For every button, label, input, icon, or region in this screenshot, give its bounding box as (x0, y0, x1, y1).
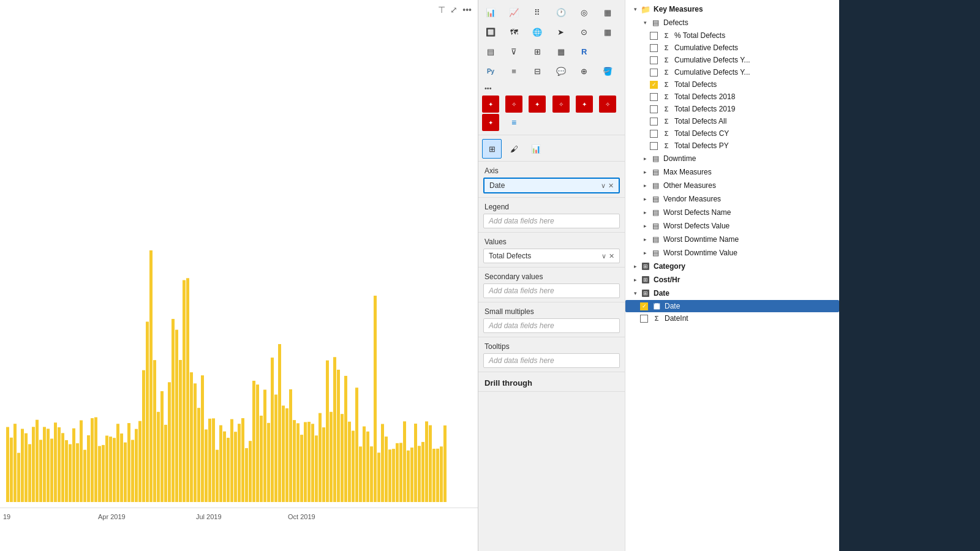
viz-arrow-icon[interactable]: ➤ (552, 23, 570, 40)
viz-chat-icon[interactable]: 💬 (552, 62, 570, 80)
custom-viz-4[interactable]: ✧ (552, 96, 570, 113)
format-paint-icon[interactable]: 🖌 (504, 139, 524, 159)
expand-collapse-btn[interactable]: ▸ (630, 275, 640, 285)
group-header-date-group[interactable]: ▾⊞Date (625, 287, 839, 300)
custom-viz-1[interactable]: ✦ (482, 96, 499, 113)
field-item-total-defects[interactable]: ✓ΣTotal Defects (625, 78, 839, 91)
group-header-defects[interactable]: ▾▤Defects (625, 16, 839, 29)
values-field-well[interactable]: Total Defects ∨ ✕ (483, 249, 620, 263)
group-header-worst-downtime-value[interactable]: ▸▤Worst Downtime Value (625, 246, 839, 260)
field-item-pct-total-defects[interactable]: Σ% Total Defects (625, 29, 839, 42)
format-analytics-icon[interactable]: 📊 (526, 139, 546, 159)
group-header-worst-defects-value[interactable]: ▸▤Worst Defects Value (625, 219, 839, 233)
group-header-category[interactable]: ▸⊞Category (625, 260, 839, 273)
format-fields-icon[interactable]: ⊞ (482, 139, 502, 159)
expand-collapse-btn[interactable]: ▾ (630, 288, 640, 298)
svg-rect-48 (183, 280, 186, 502)
viz-gauge-icon[interactable]: ⊙ (576, 23, 593, 40)
viz-matrix-icon[interactable]: ▦ (599, 4, 616, 21)
viz-qa-icon[interactable]: ⊟ (529, 62, 546, 80)
viz-table-icon[interactable]: ⊞ (529, 43, 546, 60)
custom-viz-5[interactable]: ✦ (576, 96, 593, 113)
expand-collapse-btn[interactable]: ▸ (640, 221, 650, 231)
values-dropdown-btn[interactable]: ∨ (601, 252, 606, 260)
expand-collapse-btn[interactable]: ▸ (630, 261, 640, 271)
viz-map-icon[interactable]: 🗺 (505, 23, 522, 40)
field-item-total-defects-cy[interactable]: ΣTotal Defects CY (625, 127, 839, 140)
viz-clock-icon[interactable]: 🕐 (552, 4, 570, 21)
expand-collapse-btn[interactable]: ▸ (640, 167, 650, 177)
expand-collapse-btn[interactable]: ▾ (640, 18, 650, 28)
field-checkbox[interactable]: ✓ (640, 302, 648, 310)
field-item-total-defects-all[interactable]: ΣTotal Defects All (625, 115, 839, 127)
field-checkbox[interactable] (650, 118, 658, 126)
axis-dropdown-btn[interactable]: ∨ (601, 182, 606, 190)
field-checkbox[interactable] (650, 69, 658, 77)
expand-collapse-btn[interactable]: ▸ (640, 154, 650, 163)
group-header-key-measures[interactable]: ▾📁Key Measures (625, 2, 839, 16)
field-checkbox[interactable] (650, 105, 658, 113)
field-checkbox[interactable]: ✓ (650, 81, 658, 89)
field-checkbox[interactable] (650, 130, 658, 138)
group-header-vendor-measures[interactable]: ▸▤Vendor Measures (625, 192, 839, 206)
viz-py-icon[interactable]: Py (482, 62, 499, 80)
group-header-worst-defects-name[interactable]: ▸▤Worst Defects Name (625, 206, 839, 219)
legend-field-well[interactable]: Add data fields here (483, 214, 620, 228)
viz-custom-icon[interactable]: ⊕ (576, 62, 593, 80)
group-header-other-measures[interactable]: ▸▤Other Measures (625, 179, 839, 192)
viz-bar-icon[interactable]: 📊 (482, 4, 499, 21)
field-checkbox[interactable] (650, 44, 658, 52)
field-item-total-defects-2018[interactable]: ΣTotal Defects 2018 (625, 91, 839, 103)
viz-heatmap-icon[interactable]: ▦ (552, 43, 570, 60)
expand-icon[interactable]: ⤢ (450, 5, 458, 15)
field-item-date-field[interactable]: ✓📅Date (625, 300, 839, 312)
field-item-cumulative-defects-y1[interactable]: ΣCumulative Defects Y... (625, 54, 839, 66)
field-item-cumulative-defects[interactable]: ΣCumulative Defects (625, 42, 839, 54)
axis-field-well[interactable]: Date ∨ ✕ (483, 178, 620, 193)
expand-collapse-btn[interactable]: ▸ (640, 234, 650, 244)
viz-scatter-icon[interactable]: ⠿ (529, 4, 546, 21)
secondary-values-well[interactable]: Add data fields here (483, 283, 620, 298)
custom-viz-6[interactable]: ✧ (599, 96, 616, 113)
field-item-total-defects-py[interactable]: ΣTotal Defects PY (625, 140, 839, 152)
custom-viz-2[interactable]: ✧ (505, 96, 522, 113)
field-item-total-defects-2019[interactable]: ΣTotal Defects 2019 (625, 103, 839, 115)
small-multiples-well[interactable]: Add data fields here (483, 318, 620, 333)
group-header-worst-downtime-name[interactable]: ▸▤Worst Downtime Name (625, 233, 839, 246)
viz-funnel-icon[interactable]: ⊽ (505, 43, 522, 60)
field-checkbox[interactable] (650, 142, 658, 150)
values-remove-btn[interactable]: ✕ (609, 252, 614, 260)
viz-kpi-icon[interactable]: 🔲 (482, 23, 499, 40)
expand-collapse-btn[interactable]: ▾ (630, 4, 640, 14)
viz-ai-icon[interactable]: ≡ (505, 62, 522, 80)
expand-collapse-btn[interactable]: ▸ (640, 248, 650, 258)
viz-paint-icon[interactable]: 🪣 (599, 62, 616, 80)
filter-icon[interactable]: ⊤ (438, 5, 445, 15)
custom-viz-3[interactable]: ✦ (529, 96, 546, 113)
group-header-downtime[interactable]: ▸▤Downtime (625, 152, 839, 165)
axis-remove-btn[interactable]: ✕ (608, 182, 614, 190)
field-item-dateint[interactable]: ΣDateInt (625, 312, 839, 324)
custom-viz-7[interactable]: ✦ (482, 114, 499, 131)
expand-collapse-btn[interactable]: ▸ (640, 181, 650, 190)
custom-viz-8[interactable]: ≡ (505, 114, 522, 131)
svg-rect-58 (219, 425, 222, 502)
viz-line-icon[interactable]: 📈 (505, 4, 522, 21)
field-checkbox[interactable] (650, 56, 658, 64)
field-item-cumulative-defects-y2[interactable]: ΣCumulative Defects Y... (625, 66, 839, 78)
group-header-cost-hr[interactable]: ▸⊞Cost/Hr (625, 273, 839, 287)
more-options-icon[interactable]: ••• (462, 5, 472, 15)
viz-tree-icon[interactable]: 🌐 (529, 23, 546, 40)
viz-grid-icon[interactable]: ▤ (482, 43, 499, 60)
expand-collapse-btn[interactable]: ▸ (640, 208, 650, 217)
expand-collapse-btn[interactable]: ▸ (640, 194, 650, 204)
field-checkbox[interactable] (650, 93, 658, 101)
field-checkbox[interactable] (650, 32, 658, 40)
viz-donut-icon[interactable]: ◎ (576, 4, 593, 21)
viz-r-icon[interactable]: R (576, 43, 593, 60)
tooltips-well[interactable]: Add data fields here (483, 353, 620, 368)
viz-filled-map-icon[interactable]: ▦ (599, 23, 616, 40)
axis-label-oct: Oct 2019 (288, 513, 315, 520)
group-header-max-measures[interactable]: ▸▤Max Measures (625, 165, 839, 179)
field-checkbox[interactable] (640, 315, 648, 323)
